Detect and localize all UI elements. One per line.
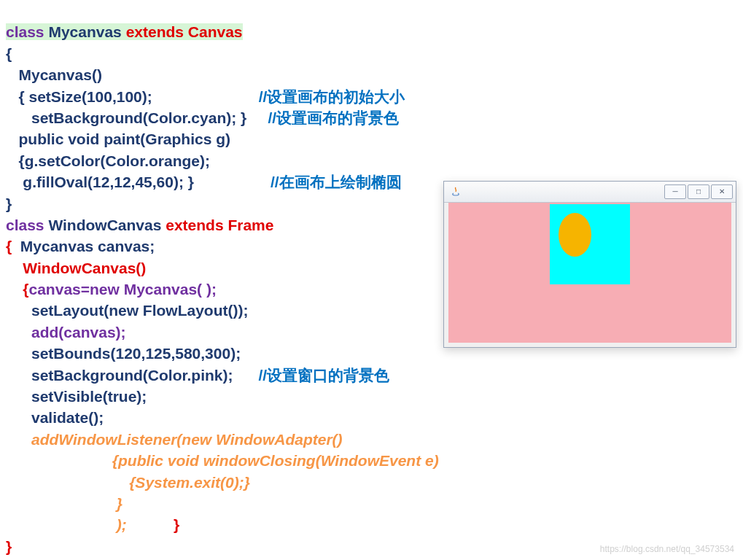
brace: { (6, 238, 20, 254)
window-body (448, 203, 731, 343)
code-line: ); (6, 516, 131, 533)
code-line: add(canvas); (6, 324, 126, 341)
code-line: setBounds(120,125,580,300); (6, 345, 241, 362)
stmt: canvas=new Mycanvas( ); (29, 281, 217, 298)
code-line: g.fillOval(12,12,45,60); } (6, 174, 271, 190)
classname: Mycanvas (48, 23, 125, 40)
brace: { (6, 45, 12, 62)
java-icon (450, 186, 462, 198)
java-window: ─ □ ✕ (443, 181, 736, 348)
code-line: { setSize(100,100); (6, 88, 259, 105)
title-bar[interactable]: ─ □ ✕ (444, 182, 736, 203)
keyword-extends: extends (166, 217, 227, 233)
brace: { (6, 281, 29, 298)
close-button[interactable]: ✕ (711, 184, 733, 199)
minimize-button[interactable]: ─ (664, 184, 686, 199)
canvas-area (550, 204, 630, 284)
classname: WindowCanvas (48, 217, 166, 233)
brace: } (6, 195, 12, 212)
code-line: public void paint(Graphics g) (6, 131, 230, 147)
orange-oval (559, 213, 591, 257)
code-line: } (6, 495, 122, 512)
keyword-class: class (6, 217, 48, 233)
constructor: WindowCanvas() (6, 260, 146, 276)
brace: } (131, 516, 180, 533)
code-line: {g.setColor(Color.orange); (6, 152, 210, 169)
code-line: addWindowListener(new WindowAdapter() (6, 431, 343, 448)
comment: //设置窗口的背景色 (259, 367, 390, 384)
comment: //在画布上绘制椭圆 (271, 174, 402, 190)
code-line: {System.exit(0);} (6, 474, 250, 491)
brace: } (6, 538, 12, 555)
code-line: setVisible(true); (6, 388, 147, 405)
code-line: setBackground(Color.pink); (6, 367, 259, 384)
code-line: setLayout(new FlowLayout()); (6, 302, 249, 319)
classname-canvas: Canvas (188, 23, 243, 40)
maximize-button[interactable]: □ (688, 184, 709, 199)
watermark-text: https://blog.csdn.net/qq_34573534 (600, 543, 734, 556)
field-decl: Mycanvas canvas; (20, 238, 155, 254)
code-line: setBackground(Color.cyan); } (6, 109, 268, 126)
comment: //设置画布的初始大小 (259, 88, 405, 105)
keyword-class: class (6, 23, 48, 40)
code-line: validate(); (6, 409, 104, 426)
classname-frame: Frame (227, 217, 273, 233)
keyword-extends: extends (126, 23, 188, 40)
code-line: {public void windowClosing(WindowEvent e… (6, 452, 439, 469)
comment: //设置画布的背景色 (268, 109, 399, 126)
constructor: Mycanvas() (6, 66, 102, 83)
